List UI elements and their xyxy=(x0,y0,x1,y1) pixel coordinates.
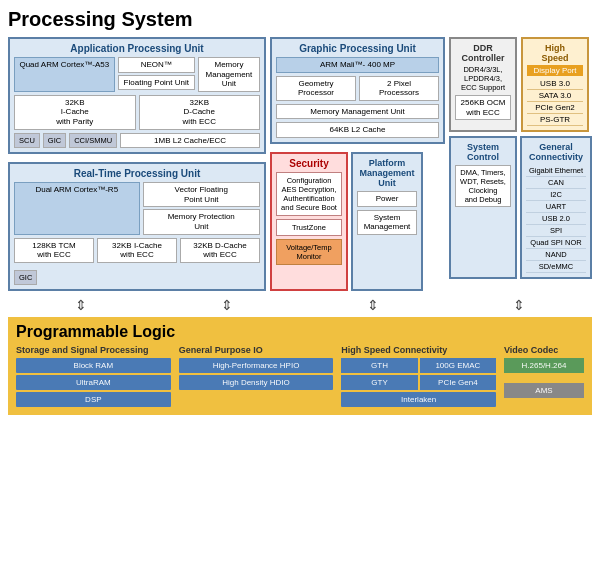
gc-title: General Connectivity xyxy=(526,142,586,162)
hs-box: High Speed Display Port USB 3.0 SATA 3.0… xyxy=(521,37,589,132)
security-title: Security xyxy=(276,158,342,169)
security-tz: TrustZone xyxy=(276,219,342,236)
ddr-title: DDR Controller xyxy=(455,43,511,63)
gpu-cpu: ARM Mali™- 400 MP xyxy=(276,57,439,73)
pl-hsc-2: GTY xyxy=(341,375,417,390)
gpu-gp: Geometry Processor xyxy=(276,76,356,101)
gc-item-1: CAN xyxy=(526,177,586,189)
ps-top-section: Application Processing Unit Quad ARM Cor… xyxy=(8,37,592,291)
apu-fpu: Floating Point Unit xyxy=(118,75,195,91)
gpu-l2: 64KB L2 Cache xyxy=(276,122,439,138)
apu-cpu: Quad ARM Cortex™-A53 xyxy=(14,57,115,92)
rpu-box: Real-Time Processing Unit Dual ARM Corte… xyxy=(8,162,266,291)
pmu-sysmgmt: System Management xyxy=(357,210,417,235)
arrow-2: ⇕ xyxy=(221,297,233,313)
arrow-3: ⇕ xyxy=(367,297,379,313)
pl-storage-1: UltraRAM xyxy=(16,375,171,390)
rpu-right: Vector Floating Point Unit Memory Protec… xyxy=(143,182,261,234)
pl-storage-col: Storage and Signal Processing Block RAM … xyxy=(16,345,171,409)
gpu-pp: 2 Pixel Processors xyxy=(359,76,439,101)
gpu-mmu: Memory Management Unit xyxy=(276,104,439,120)
apu-gic: GIC xyxy=(43,133,66,148)
bottom-middle-row: Security Configuration AES Decryption, A… xyxy=(270,152,445,291)
arrow-1: ⇕ xyxy=(75,297,87,313)
pl-title: Programmable Logic xyxy=(16,323,584,341)
pl-hsc-4: Interlaken xyxy=(341,392,496,407)
hs-usb: USB 3.0 xyxy=(527,78,583,90)
apu-row1: Quad ARM Cortex™-A53 NEON™ Floating Poin… xyxy=(14,57,260,92)
rpu-dcache: 32KB D-Cache with ECC xyxy=(180,238,260,263)
gc-item-5: SPI xyxy=(526,225,586,237)
apu-row3: SCU GIC CCI/SMMU 1MB L2 Cache/ECC xyxy=(14,133,260,149)
gc-item-0: Gigabit Ethernet xyxy=(526,165,586,177)
rpu-row2: 128KB TCM with ECC 32KB I-Cache with ECC… xyxy=(14,238,260,263)
security-box: Security Configuration AES Decryption, A… xyxy=(270,152,348,291)
gc-item-6: Quad SPI NOR xyxy=(526,237,586,249)
rpu-row1: Dual ARM Cortex™-R5 Vector Floating Poin… xyxy=(14,182,260,234)
apu-icache: 32KB I-Cache with Parity xyxy=(14,95,136,130)
pl-hsc-0: GTH xyxy=(341,358,417,373)
hs-dp: Display Port xyxy=(527,65,583,76)
hs-psgt: PS-GTR xyxy=(527,114,583,126)
sc-desc: DMA, Timers, WDT, Resets, Clocking and D… xyxy=(455,165,511,207)
apu-neon: NEON™ xyxy=(118,57,195,73)
pl-hsc-grid: GTH 100G EMAC GTY PCIe Gen4 xyxy=(341,358,496,390)
security-vtm: Voltage/Temp Monitor xyxy=(276,239,342,265)
pl-gpio-title: General Purpose IO xyxy=(179,345,334,355)
pl-storage-title: Storage and Signal Processing xyxy=(16,345,171,355)
gc-item-4: USB 2.0 xyxy=(526,213,586,225)
main-container: Processing System Application Processing… xyxy=(0,0,600,423)
apu-dcache: 32KB D-Cache with ECC xyxy=(139,95,261,130)
ddr-box: DDR Controller DDR4/3/3L, LPDDR4/3, ECC … xyxy=(449,37,517,132)
arrow-4: ⇕ xyxy=(513,297,525,313)
pl-row: Storage and Signal Processing Block RAM … xyxy=(16,345,584,409)
gpu-title: Graphic Processing Unit xyxy=(276,43,439,54)
pl-hsc-3: PCIe Gen4 xyxy=(420,375,496,390)
left-col: Application Processing Unit Quad ARM Cor… xyxy=(8,37,266,291)
arrows-row: ⇕ ⇕ ⇕ ⇕ xyxy=(8,295,592,315)
gpu-row2: Geometry Processor 2 Pixel Processors xyxy=(276,76,439,101)
apu-box: Application Processing Unit Quad ARM Cor… xyxy=(8,37,266,154)
apu-row2: 32KB I-Cache with Parity 32KB D-Cache wi… xyxy=(14,95,260,130)
page-title: Processing System xyxy=(8,8,592,31)
pl-storage-2: DSP xyxy=(16,392,171,407)
pl-gpio-1: High Density HDIO xyxy=(179,375,334,390)
gc-item-7: NAND xyxy=(526,249,586,261)
rpu-tcm: 128KB TCM with ECC xyxy=(14,238,94,263)
pl-section: Programmable Logic Storage and Signal Pr… xyxy=(8,317,592,415)
rpu-icache: 32KB I-Cache with ECC xyxy=(97,238,177,263)
pl-vc-title: Video Codec xyxy=(504,345,584,355)
pl-gpio-col: General Purpose IO High-Performance HPIO… xyxy=(179,345,334,409)
pl-gpio-0: High-Performance HPIO xyxy=(179,358,334,373)
pmu-power: Power xyxy=(357,191,417,207)
pmu-box: Platform Management Unit Power System Ma… xyxy=(351,152,423,291)
security-aes: Configuration AES Decryption, Authentifi… xyxy=(276,172,342,216)
pl-vc-0: H.265/H.264 xyxy=(504,358,584,373)
hs-pcie: PCIe Gen2 xyxy=(527,102,583,114)
pl-vc-spacer xyxy=(504,375,584,383)
rpu-cpu: Dual ARM Cortex™-R5 xyxy=(14,182,140,234)
pl-hsc-col: High Speed Connectivity GTH 100G EMAC GT… xyxy=(341,345,496,409)
ddr-specs: DDR4/3/3L, LPDDR4/3, ECC Support xyxy=(455,65,511,92)
apu-title: Application Processing Unit xyxy=(14,43,260,54)
gc-item-3: UART xyxy=(526,201,586,213)
rpu-mpu: Memory Protection Unit xyxy=(143,209,261,234)
hs-title: High Speed xyxy=(527,43,583,63)
pl-hsc-title: High Speed Connectivity xyxy=(341,345,496,355)
rpu-vfpu: Vector Floating Point Unit xyxy=(143,182,261,207)
sc-gc-row: System Control DMA, Timers, WDT, Resets,… xyxy=(449,136,592,279)
gpu-box: Graphic Processing Unit ARM Mali™- 400 M… xyxy=(270,37,445,144)
pl-hsc-1: 100G EMAC xyxy=(420,358,496,373)
sc-title: System Control xyxy=(455,142,511,162)
gc-item-2: I2C xyxy=(526,189,586,201)
sc-box: System Control DMA, Timers, WDT, Resets,… xyxy=(449,136,517,279)
rpu-gic: GIC xyxy=(14,270,37,285)
rpu-row3: GIC xyxy=(14,266,260,285)
middle-col: Graphic Processing Unit ARM Mali™- 400 M… xyxy=(270,37,445,291)
pl-vc-1: AMS xyxy=(504,383,584,398)
apu-mmu: Memory Management Unit xyxy=(198,57,260,92)
pmu-title: Platform Management Unit xyxy=(357,158,417,188)
gc-box: General Connectivity Gigabit Ethernet CA… xyxy=(520,136,592,279)
ddr-hs-row: DDR Controller DDR4/3/3L, LPDDR4/3, ECC … xyxy=(449,37,592,132)
rpu-title: Real-Time Processing Unit xyxy=(14,168,260,179)
